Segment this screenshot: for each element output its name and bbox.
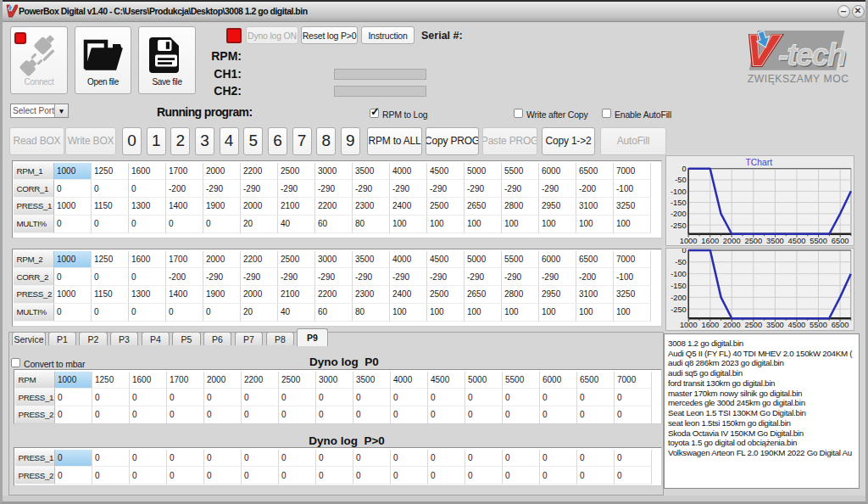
svg-text:4500: 4500 (788, 321, 806, 329)
svg-text:2500: 2500 (744, 237, 762, 245)
svg-text:2000: 2000 (723, 321, 741, 329)
svg-text:-150: -150 (670, 199, 687, 207)
svg-text:5500: 5500 (810, 237, 827, 245)
svg-text:-200: -200 (670, 294, 687, 302)
svg-text:2000: 2000 (723, 237, 741, 245)
svg-text:1600: 1600 (701, 321, 719, 329)
svg-text:-tech: -tech (778, 37, 846, 72)
svg-text:-200: -200 (670, 210, 687, 218)
svg-text:-100: -100 (670, 188, 687, 196)
svg-text:ZWIĘKSZAMY MOC: ZWIĘKSZAMY MOC (748, 73, 849, 85)
svg-text:1000: 1000 (680, 237, 698, 245)
svg-text:-150: -150 (670, 282, 687, 290)
svg-text:1000: 1000 (680, 321, 698, 329)
svg-text:3500: 3500 (766, 237, 784, 245)
svg-text:-50: -50 (675, 176, 686, 184)
svg-text:2500: 2500 (745, 321, 763, 329)
svg-text:5500: 5500 (810, 321, 827, 329)
svg-text:TChart: TChart (746, 158, 773, 167)
svg-text:0: 0 (682, 248, 687, 255)
svg-text:0: 0 (682, 165, 686, 173)
svg-text:-250: -250 (670, 305, 687, 314)
svg-text:-250: -250 (670, 221, 687, 230)
svg-text:3500: 3500 (766, 321, 784, 329)
svg-text:6500: 6500 (832, 237, 849, 245)
svg-text:-100: -100 (670, 270, 687, 278)
svg-text:6500: 6500 (832, 321, 849, 329)
svg-text:-50: -50 (675, 258, 686, 266)
svg-text:1600: 1600 (701, 237, 719, 245)
svg-text:4500: 4500 (788, 237, 806, 245)
